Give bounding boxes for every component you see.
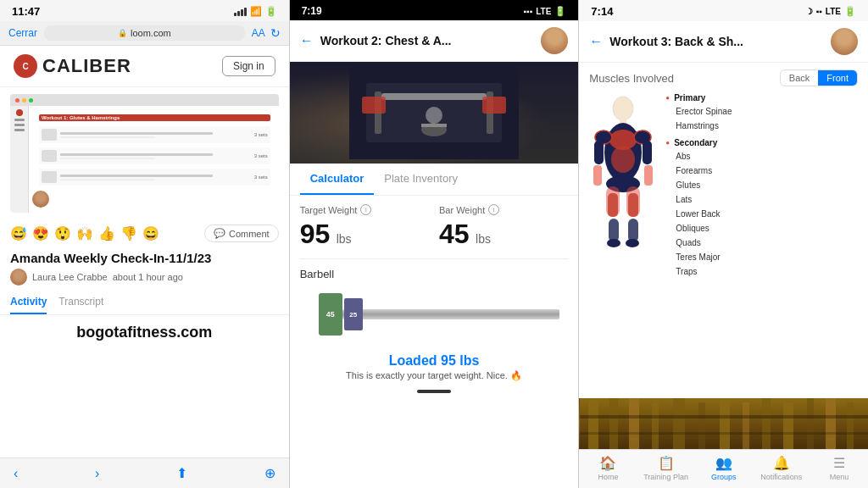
secondary-category: ● Secondary Abs Forearms Glutes Lats Low… (665, 138, 858, 279)
muscle-erector: Erector Spinae (665, 104, 858, 119)
activity-tabs: Activity Transcript (0, 291, 289, 315)
svg-rect-27 (608, 193, 618, 217)
status-icons-3: ☽ ▪▪ LTE 🔋 (805, 6, 856, 17)
time-2: 7:19 (302, 5, 322, 17)
status-bar-3: 7:14 ☽ ▪▪ LTE 🔋 (579, 0, 868, 21)
plate-25: 25 (344, 298, 363, 330)
back-tab[interactable]: Back (781, 70, 818, 86)
status-icons-1: 📶 🔋 (234, 6, 277, 17)
reaction-laughing[interactable]: 😅 (10, 225, 27, 241)
nav-menu[interactable]: ☰ Menu (810, 455, 868, 481)
back-front-tabs[interactable]: Back Front (780, 69, 858, 86)
svg-rect-8 (482, 97, 506, 114)
profile-pic-3 (831, 28, 858, 55)
svg-rect-35 (588, 398, 598, 449)
bar-weight-value: 45 lbs (439, 219, 568, 250)
signal-icon-2: ▪▪▪ (524, 7, 533, 16)
reaction-heart-eyes[interactable]: 😍 (32, 225, 49, 241)
time-1: 11:47 (12, 5, 40, 18)
panel-1: 11:47 📶 🔋 Cerrar 🔒 loom.com AA ↻ (0, 0, 290, 488)
dot-red (15, 98, 19, 103)
aa-button[interactable]: AA (252, 27, 265, 39)
share-icon[interactable]: ⬆ (176, 465, 187, 481)
svg-point-31 (607, 239, 620, 247)
svg-rect-44 (783, 402, 793, 449)
svg-rect-36 (609, 398, 618, 449)
training-icon: 📋 (658, 455, 675, 471)
nav-notifications[interactable]: 🔔 Notifications (753, 455, 810, 481)
signal-bars-1 (234, 8, 247, 16)
back-button-2[interactable]: ← (300, 33, 314, 48)
back-button-3[interactable]: ← (589, 34, 603, 49)
reaction-wow[interactable]: 😲 (54, 225, 71, 241)
muscle-glutes: Glutes (665, 178, 858, 192)
svg-rect-29 (609, 219, 619, 242)
muscle-hamstrings: Hamstrings (665, 119, 858, 133)
bar-weight-col: Bar Weight i 45 lbs (439, 204, 568, 250)
tab-transcript[interactable]: Transcript (58, 296, 103, 314)
nav-groups[interactable]: 👥 Groups (695, 455, 753, 481)
comment-button[interactable]: 💬 Comment (204, 225, 279, 242)
battery-icon-2: 🔋 (554, 6, 566, 17)
calc-tabs: Calculator Plate Inventory (290, 164, 579, 196)
svg-rect-37 (629, 398, 639, 449)
svg-rect-21 (643, 141, 652, 164)
refresh-button[interactable]: ↻ (270, 26, 281, 40)
svg-rect-40 (698, 402, 705, 449)
gym-bars-illustration (580, 398, 868, 449)
svg-rect-38 (652, 402, 659, 449)
post-time: about 1 hour ago (113, 272, 183, 282)
target-info-icon[interactable]: i (360, 204, 371, 215)
bar-info-icon[interactable]: i (488, 204, 499, 215)
reaction-clap[interactable]: 🙌 (76, 225, 93, 241)
comment-label: Comment (229, 229, 270, 239)
muscle-traps: Traps (665, 264, 858, 279)
browser-bar[interactable]: Cerrar 🔒 loom.com AA ↻ (0, 21, 289, 46)
sign-in-button[interactable]: Sign in (222, 56, 275, 76)
browser-forward-button[interactable]: › (95, 466, 99, 481)
muscles-section: Muscles Involved Back Front (579, 63, 868, 398)
reaction-smile[interactable]: 😄 (142, 225, 159, 241)
workout2-header: ← Workout 2: Chest & A... (290, 20, 579, 62)
muscle-obliques: Obliques (665, 221, 858, 236)
reaction-thumbs-down[interactable]: 👎 (120, 225, 137, 241)
primary-dot: ● (665, 94, 670, 102)
nav-home[interactable]: 🏠 Home (579, 455, 637, 481)
nav-training-plan[interactable]: 📋 Training Plan (637, 455, 694, 481)
status-icons-2: ▪▪▪ LTE 🔋 (524, 6, 567, 17)
tab-plate-inventory[interactable]: Plate Inventory (374, 164, 468, 195)
tab-calculator[interactable]: Calculator (300, 164, 375, 195)
svg-rect-11 (421, 124, 447, 127)
post-author-row: Laura Lee Crabbe about 1 hour ago (0, 267, 289, 291)
front-tab[interactable]: Front (818, 70, 857, 86)
browser-url-bar[interactable]: 🔒 loom.com (44, 25, 245, 41)
gym-bottom-image (579, 398, 868, 449)
svg-rect-28 (628, 193, 638, 217)
loaded-subtitle: This is exactly your target weight. Nice… (300, 370, 569, 381)
menu-icon: ☰ (833, 455, 845, 471)
app-row-3: 3 sets (39, 169, 270, 186)
weight-row: Target Weight i 95 lbs Bar Weight i 45 (300, 204, 569, 250)
notifications-icon: 🔔 (773, 455, 790, 471)
body-svg (589, 93, 657, 254)
target-weight-col: Target Weight i 95 lbs (300, 204, 429, 250)
profile-pic-2 (541, 27, 568, 54)
reaction-thumbs-up[interactable]: 👍 (98, 225, 115, 241)
caliber-logo: C CALIBER (14, 54, 131, 78)
barbell-section: Barbell 45 25 (290, 259, 579, 348)
tab-activity[interactable]: Activity (10, 296, 47, 314)
bar-weight-label: Bar Weight i (439, 204, 568, 215)
target-weight-label: Target Weight i (300, 204, 429, 215)
browser-close-button[interactable]: Cerrar (8, 27, 37, 39)
time-3: 7:14 (591, 5, 613, 18)
workout3-header: ← Workout 3: Back & Sh... (579, 21, 868, 63)
browser-back-button[interactable]: ‹ (14, 466, 18, 481)
loaded-text: Loaded 95 lbs (300, 353, 569, 369)
workout3-title: Workout 3: Back & Sh... (609, 35, 824, 48)
primary-category: ● Primary Erector Spinae Hamstrings (665, 93, 858, 133)
primary-label: Primary (674, 93, 705, 103)
muscle-lower-back: Lower Back (665, 207, 858, 221)
app-row-2: 3 sets (39, 147, 270, 164)
website-url[interactable]: bogotafitness.com (0, 315, 289, 350)
bookmark-icon[interactable]: ⊕ (264, 465, 275, 481)
